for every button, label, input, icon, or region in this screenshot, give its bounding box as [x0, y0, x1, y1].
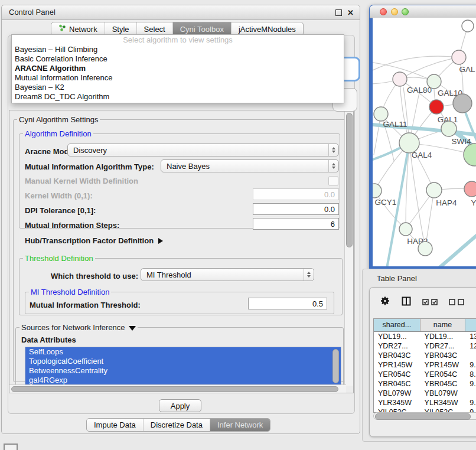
data-attribute-item[interactable]: gal4RGexp: [25, 376, 341, 385]
gear-icon[interactable]: [380, 296, 390, 308]
table-cell[interactable]: 12: [465, 341, 476, 351]
column-header-name[interactable]: name: [420, 319, 466, 331]
settings-vertical-scrollbar[interactable]: [344, 110, 353, 386]
table-cell[interactable]: 9.: [465, 360, 476, 370]
network-window-titlebar[interactable]: [370, 5, 476, 18]
docked-panel-icon[interactable]: [4, 444, 18, 450]
tab-cyni-toolbox[interactable]: Cyni Toolbox: [173, 22, 232, 35]
kernel-width-field[interactable]: [253, 188, 339, 200]
tab-impute-data[interactable]: Impute Data: [87, 419, 144, 431]
tab-jactivemnodules[interactable]: jActiveMNodules: [232, 22, 303, 35]
table-cell[interactable]: 13: [465, 332, 476, 341]
chevron-down-icon: [129, 326, 136, 331]
table-row[interactable]: YDL19...YDL19...13: [374, 332, 476, 341]
settings-horizontal-scrollbar[interactable]: [9, 384, 346, 393]
network-node[interactable]: [374, 107, 388, 121]
table-cell[interactable]: [465, 389, 476, 398]
network-node[interactable]: [464, 181, 476, 197]
network-node[interactable]: [399, 133, 419, 153]
table-cell[interactable]: YER054C: [420, 370, 466, 379]
table-cell[interactable]: YBR043C: [374, 351, 420, 360]
table-cell[interactable]: [465, 351, 476, 360]
float-icon[interactable]: [335, 9, 342, 16]
table-horizontal-scrollbar[interactable]: [373, 412, 476, 420]
mi-steps-field[interactable]: [253, 218, 339, 230]
table-row[interactable]: YPR145WYPR145W9.: [374, 360, 476, 370]
data-attribute-item[interactable]: TopologicalCoefficient: [25, 357, 341, 366]
table-row[interactable]: YBR043CYBR043C: [374, 351, 476, 360]
network-node[interactable]: [373, 184, 382, 198]
close-traffic-light-icon[interactable]: [380, 8, 387, 15]
mi-threshold-field[interactable]: [248, 298, 327, 309]
checked-pair-icon[interactable]: [422, 299, 438, 305]
table-cell[interactable]: YBR045C: [420, 379, 466, 389]
tab-infer-network[interactable]: Infer Network: [210, 419, 270, 431]
table-row[interactable]: YBR045CYBR045C9.: [374, 379, 476, 389]
data-attribute-item[interactable]: SelfLoops: [25, 347, 341, 357]
table-row[interactable]: YLR345WYLR345W9.: [374, 398, 476, 407]
table-cell[interactable]: YER054C: [374, 370, 420, 379]
which-threshold-combobox[interactable]: MI Threshold: [141, 268, 314, 281]
table-cell[interactable]: YLR345W: [420, 398, 466, 407]
table-cell[interactable]: YDR27...: [374, 341, 420, 351]
minimize-traffic-light-icon[interactable]: [391, 8, 398, 15]
algorithm-option[interactable]: Mutual Information Inference: [12, 73, 344, 83]
table-cell[interactable]: YDR27...: [420, 341, 466, 351]
table-cell[interactable]: YBL079W: [420, 389, 466, 398]
table-cell[interactable]: YPR145W: [420, 360, 466, 370]
table-cell[interactable]: YDL19...: [420, 332, 466, 341]
column-header-shared-name[interactable]: shared...: [374, 319, 420, 331]
network-node[interactable]: [427, 74, 441, 89]
hub-section-toggle[interactable]: Hub/Transcription Factor Definition: [25, 236, 163, 245]
columns-icon[interactable]: [402, 296, 411, 308]
table-row[interactable]: YBL079WYBL079W: [374, 389, 476, 398]
network-node[interactable]: [393, 72, 407, 86]
table-cell[interactable]: 9.: [465, 379, 476, 389]
table-row[interactable]: YER054CYER054C8.: [374, 370, 476, 379]
network-node[interactable]: [452, 50, 466, 64]
mi-algorithm-type-label: Mutual Information Algorithm Type:: [25, 162, 154, 171]
column-header-clipped[interactable]: [465, 319, 476, 331]
algorithm-option[interactable]: Dream8 DC_TDC Algorithm: [12, 92, 344, 102]
manual-kernel-width-checkbox[interactable]: [328, 176, 338, 186]
unchecked-pair-icon[interactable]: [449, 299, 464, 305]
table-cell[interactable]: YBR043C: [420, 351, 466, 360]
table-cell[interactable]: YBR045C: [374, 379, 420, 389]
network-node[interactable]: [426, 182, 442, 198]
table-cell[interactable]: YDL19...: [374, 332, 420, 341]
table-cell[interactable]: 9.: [465, 398, 476, 407]
network-node[interactable]: [418, 242, 432, 256]
data-attribute-item[interactable]: BetweennessCentrality: [25, 366, 341, 376]
table-row[interactable]: YDR27...YDR27...12: [374, 341, 476, 351]
algorithm-option[interactable]: ARACNE Algorithm: [12, 64, 344, 73]
network-canvas[interactable]: GALGAL80GAL10GAL1GAL11SWI4GAL4GCY1HAP4YH…: [373, 18, 476, 266]
zoom-traffic-light-icon[interactable]: [402, 8, 409, 15]
network-node[interactable]: [453, 94, 472, 113]
table-cell[interactable]: YBL079W: [374, 389, 420, 398]
algorithm-option[interactable]: Basic Correlation Inference: [12, 54, 344, 64]
close-icon[interactable]: ✕: [347, 9, 354, 17]
network-node[interactable]: [399, 223, 412, 236]
table-panel-title: Table Panel: [377, 274, 417, 283]
table-cell[interactable]: YPR145W: [374, 360, 420, 370]
aracne-mode-combobox[interactable]: Discovery: [67, 144, 339, 156]
mi-algorithm-type-combobox[interactable]: Naive Bayes: [161, 159, 339, 172]
network-edge[interactable]: [439, 231, 476, 266]
network-node[interactable]: [464, 144, 476, 166]
tab-style[interactable]: Style: [105, 22, 137, 35]
network-edge[interactable]: [373, 56, 459, 72]
network-node[interactable]: [462, 20, 474, 32]
table-cell[interactable]: 8.: [465, 370, 476, 379]
sources-group-title[interactable]: Sources for Network Inference: [19, 323, 138, 332]
network-node[interactable]: [441, 121, 457, 136]
apply-button[interactable]: Apply: [159, 399, 201, 412]
table-cell[interactable]: YLR345W: [374, 398, 420, 407]
dpi-tolerance-field[interactable]: [253, 203, 339, 215]
network-node[interactable]: [429, 100, 444, 114]
list-scrollbar-thumb[interactable]: [332, 349, 339, 383]
tab-discretize-data[interactable]: Discretize Data: [144, 419, 210, 431]
algorithm-option[interactable]: Bayesian – K2: [12, 83, 344, 92]
tab-network[interactable]: Network: [51, 22, 105, 35]
algorithm-option[interactable]: Bayesian – Hill Climbing: [12, 45, 344, 54]
tab-select[interactable]: Select: [137, 22, 173, 35]
